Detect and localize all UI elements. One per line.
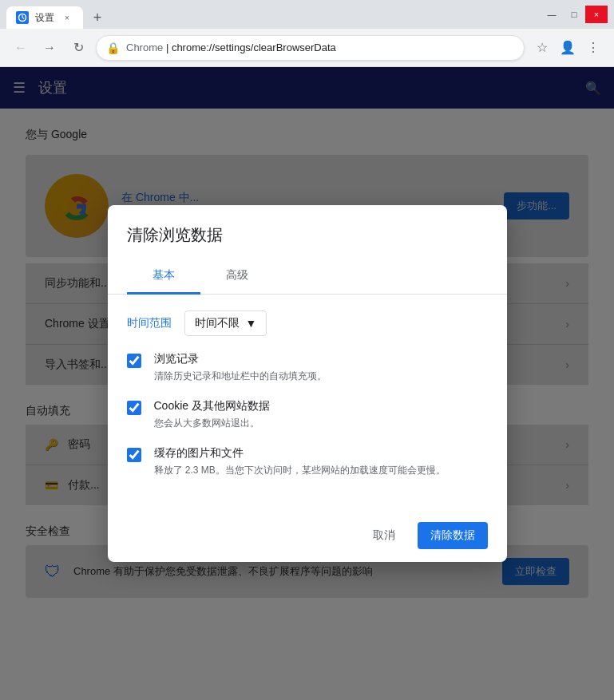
browsing-history-item: 浏览记录 清除历史记录和地址栏中的自动填充项。: [127, 352, 488, 383]
address-bar: ← → ↻ 🔒 Chrome | chrome://settings/clear…: [0, 29, 614, 67]
tab-close-btn[interactable]: ×: [61, 11, 73, 24]
minimize-button[interactable]: —: [541, 6, 563, 23]
cache-title: 缓存的图片和文件: [154, 446, 446, 461]
dialog-tabs: 基本 高级: [108, 259, 507, 295]
new-tab-button[interactable]: +: [86, 6, 109, 29]
dialog-title: 清除浏览数据: [108, 205, 507, 259]
time-range-select[interactable]: 时间不限 ▼: [184, 310, 267, 336]
cache-content: 缓存的图片和文件 释放了 2.3 MB。当您下次访问时，某些网站的加载速度可能会…: [154, 446, 446, 477]
tab-advanced[interactable]: 高级: [200, 259, 274, 295]
title-bar: 设置 × + — □ ×: [0, 0, 614, 29]
back-icon: ←: [14, 41, 27, 55]
time-range-row: 时间范围 时间不限 ▼: [127, 310, 488, 336]
maximize-button[interactable]: □: [563, 6, 585, 23]
cookies-title: Cookie 及其他网站数据: [154, 399, 270, 413]
url-path: chrome://settings/clearBrowserData: [172, 42, 336, 53]
forward-button[interactable]: →: [38, 37, 61, 59]
bookmark-button[interactable]: ☆: [531, 37, 553, 59]
dropdown-arrow-icon: ▼: [246, 317, 257, 330]
reload-icon: ↻: [73, 40, 84, 55]
active-tab[interactable]: 设置 ×: [6, 6, 83, 29]
url-brand: Chrome: [126, 42, 163, 53]
browsing-history-desc: 清除历史记录和地址栏中的自动填充项。: [154, 370, 327, 383]
url-display: Chrome | chrome://settings/clearBrowserD…: [126, 42, 514, 53]
back-button[interactable]: ←: [10, 37, 32, 59]
cache-desc: 释放了 2.3 MB。当您下次访问时，某些网站的加载速度可能会更慢。: [154, 464, 446, 477]
window-controls: — □ ×: [541, 6, 608, 23]
browsing-history-checkbox-wrap: [127, 354, 141, 371]
tab-area: 设置 × +: [6, 0, 541, 29]
browsing-history-content: 浏览记录 清除历史记录和地址栏中的自动填充项。: [154, 352, 327, 383]
modal-overlay: 清除浏览数据 基本 高级 时间范围 时间不限 ▼: [0, 67, 614, 700]
clear-browser-data-dialog: 清除浏览数据 基本 高级 时间范围 时间不限 ▼: [108, 205, 507, 562]
cookies-checkbox-wrap: [127, 401, 141, 418]
account-icon: 👤: [560, 40, 576, 55]
tab-basic[interactable]: 基本: [127, 259, 200, 295]
url-separator: |: [166, 42, 172, 53]
cookies-content: Cookie 及其他网站数据 您会从大多数网站退出。: [154, 399, 270, 430]
forward-icon: →: [43, 41, 56, 55]
clear-data-button[interactable]: 清除数据: [418, 522, 488, 549]
reload-button[interactable]: ↻: [67, 37, 89, 59]
dialog-footer: 取消 清除数据: [108, 509, 507, 562]
tab-favicon: [16, 11, 29, 24]
star-icon: ☆: [537, 40, 548, 55]
cancel-button[interactable]: 取消: [360, 522, 408, 549]
security-icon: 🔒: [106, 42, 120, 54]
cache-item: 缓存的图片和文件 释放了 2.3 MB。当您下次访问时，某些网站的加载速度可能会…: [127, 446, 488, 477]
browsing-history-title: 浏览记录: [154, 352, 327, 366]
toolbar-right: ☆ 👤 ⋮: [531, 37, 604, 59]
menu-icon: ⋮: [587, 40, 600, 55]
omnibox[interactable]: 🔒 Chrome | chrome://settings/clearBrowse…: [96, 35, 525, 61]
close-window-button[interactable]: ×: [585, 6, 608, 23]
browsing-history-checkbox[interactable]: [127, 354, 141, 368]
cookies-desc: 您会从大多数网站退出。: [154, 417, 270, 430]
page-content: ☰ 设置 🔍 您与 Google: [0, 67, 614, 700]
dialog-body: 时间范围 时间不限 ▼ 浏览记录 清除历史记录和地址栏中的自: [108, 295, 507, 509]
cookies-item: Cookie 及其他网站数据 您会从大多数网站退出。: [127, 399, 488, 430]
cache-checkbox-wrap: [127, 448, 141, 465]
tab-title: 设置: [35, 11, 54, 25]
account-button[interactable]: 👤: [557, 37, 579, 59]
cookies-checkbox[interactable]: [127, 401, 141, 415]
cache-checkbox[interactable]: [127, 448, 141, 462]
time-range-value: 时间不限: [195, 316, 240, 330]
time-range-label: 时间范围: [127, 316, 172, 330]
chrome-menu-button[interactable]: ⋮: [582, 37, 604, 59]
browser-window: 设置 × + — □ × ← → ↻ 🔒 Chrome | chrome://s…: [0, 0, 614, 700]
